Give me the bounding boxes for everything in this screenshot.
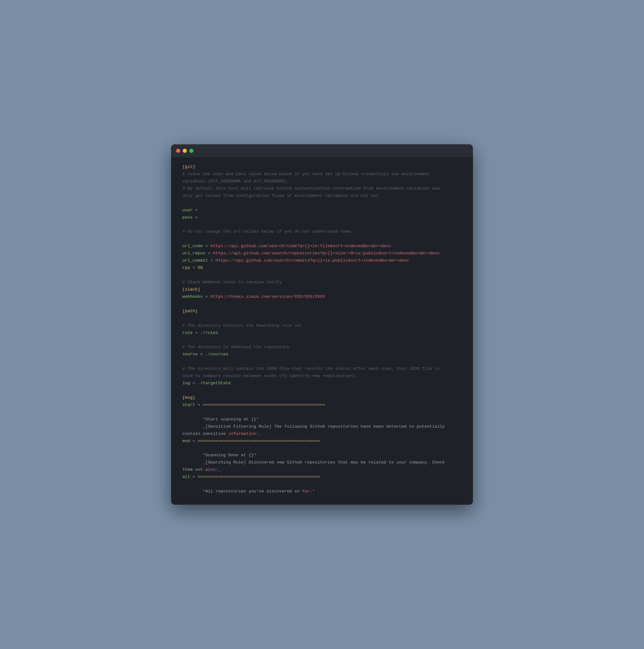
- code-line: [path]: [182, 308, 462, 315]
- editor-content: [git]# Leave the user and pass value bel…: [171, 157, 473, 505]
- close-button[interactable]: [176, 149, 180, 153]
- code-line: end = ==================================…: [182, 438, 462, 445]
- code-line: contain sensitive information:_: [182, 430, 462, 438]
- code-line: *Start scanning at {}*: [182, 416, 462, 423]
- code-line: source = ./sources: [182, 351, 462, 358]
- code-line: # The directory will contain the JSON fi…: [182, 365, 462, 373]
- code-line: *Scanning Done at {}*: [182, 452, 462, 459]
- code-line: *All repositories you've discovered so f…: [182, 488, 462, 495]
- code-line: # Leave the user and pass value below bl…: [182, 171, 462, 178]
- code-line: url_code = https://api.github.com/search…: [182, 243, 462, 250]
- code-line: # The directory to download the reposito…: [182, 344, 462, 351]
- code-line: # Do not change the url values below if …: [182, 228, 462, 235]
- code-line: rpp = 50: [182, 264, 462, 272]
- code-line: [git]: [182, 164, 462, 171]
- code-line: variables (GIT_USERNAME and GIT_PASSWORD…: [182, 178, 462, 185]
- code-line: only get values from configuration files…: [182, 192, 462, 200]
- code-line: user =: [182, 207, 462, 214]
- code-line: # By default this tool will retrieve Git…: [182, 185, 462, 192]
- code-line: webhooks = https://hooks.slack.com/servi…: [182, 293, 462, 301]
- code-line: start = ================================…: [182, 401, 462, 409]
- minimize-button[interactable]: [183, 149, 187, 153]
- code-line: all = ==================================…: [182, 474, 462, 481]
- code-line: _[Sensitive Filtering Rule] The followin…: [182, 423, 462, 430]
- code-line: _[Searching Rule] Discovered new Github …: [182, 459, 462, 466]
- maximize-button[interactable]: [189, 149, 194, 153]
- code-line: url_commit = https://api.github.com/sear…: [182, 257, 462, 264]
- code-line: url_repos = https://api.github.com/searc…: [182, 250, 462, 257]
- code-line: # Slack Webhook token to receive notify: [182, 279, 462, 286]
- code-line: them out also:_: [182, 466, 462, 474]
- code-line: [msg]: [182, 394, 462, 401]
- code-line: used to compare results between scans (T…: [182, 373, 462, 380]
- code-line: # The directory contains the Searching r…: [182, 322, 462, 330]
- code-line: log = ./targetState: [182, 380, 462, 387]
- code-line: [slack]: [182, 286, 462, 293]
- code-line: pass =: [182, 214, 462, 221]
- code-line: rule = ./rules: [182, 330, 462, 337]
- terminal-window: [git]# Leave the user and pass value bel…: [171, 144, 473, 505]
- titlebar: [171, 144, 473, 157]
